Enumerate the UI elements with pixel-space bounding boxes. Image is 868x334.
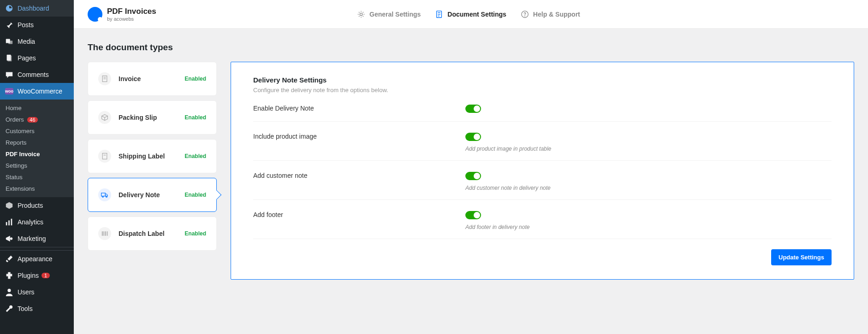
brand: PDF Invoices by acowebs <box>88 7 156 22</box>
sidebar-item-label: Tools <box>18 305 33 312</box>
setting-row-customer-note: Add customer note Add customer note in d… <box>253 161 832 200</box>
sidebar-item-posts[interactable]: Posts <box>0 17 74 33</box>
doctype-name: Dispatch Label <box>119 230 177 237</box>
woocommerce-submenu: Home Orders 46 Customers Reports PDF Inv… <box>0 100 74 197</box>
setting-row-footer: Add footer Add footer in delivery note <box>253 200 832 239</box>
svg-rect-25 <box>102 231 103 236</box>
update-settings-button[interactable]: Update Settings <box>771 249 832 265</box>
sidebar-item-label: Analytics <box>18 218 43 226</box>
sidebar-item-appearance[interactable]: Appearance <box>0 251 74 267</box>
submenu-item-settings[interactable]: Settings <box>0 160 74 171</box>
setting-helper: Add customer note in delivery note <box>465 185 551 191</box>
sidebar-item-label: Products <box>18 202 43 209</box>
doctype-list: Invoice Enabled Packing Slip Enabled Shi… <box>88 62 217 280</box>
submenu-item-orders[interactable]: Orders 46 <box>0 114 74 125</box>
submenu-item-pdf-invoice[interactable]: PDF Invoice <box>0 148 74 160</box>
comments-icon <box>5 70 14 79</box>
panel-description: Configure the delivery note from the opt… <box>253 87 832 94</box>
setting-helper: Add footer in delivery note <box>465 224 529 230</box>
svg-rect-27 <box>105 231 106 236</box>
svg-point-9 <box>360 13 362 15</box>
brand-subtitle: by acowebs <box>107 16 156 22</box>
sidebar-item-label: Pages <box>18 54 36 62</box>
doctype-card-dispatch-label[interactable]: Dispatch Label Enabled <box>88 217 217 251</box>
doctype-status: Enabled <box>184 192 206 198</box>
tab-document-settings[interactable]: Document Settings <box>434 10 506 19</box>
toggle-add-customer-note[interactable] <box>465 172 481 180</box>
submenu-item-status[interactable]: Status <box>0 171 74 183</box>
tab-label: Document Settings <box>447 11 506 18</box>
sidebar-item-plugins[interactable]: Plugins 1 <box>0 267 74 284</box>
doctype-name: Invoice <box>119 75 177 82</box>
svg-rect-5 <box>8 220 10 225</box>
svg-rect-4 <box>6 222 7 225</box>
brand-title: PDF Invoices <box>107 7 156 16</box>
sidebar-item-comments[interactable]: Comments <box>0 66 74 83</box>
submenu-item-customers[interactable]: Customers <box>0 125 74 137</box>
top-tabs: General Settings Document Settings Help … <box>357 10 580 19</box>
setting-control: Add footer in delivery note <box>465 211 529 230</box>
sidebar-item-woocommerce[interactable]: woo WooCommerce <box>0 83 74 100</box>
invoice-icon <box>98 72 111 85</box>
document-icon <box>434 10 444 19</box>
label-icon <box>98 150 111 163</box>
svg-rect-21 <box>101 193 106 196</box>
sidebar-item-users[interactable]: Users <box>0 284 74 300</box>
barcode-icon <box>98 227 111 240</box>
doctype-status: Enabled <box>184 153 206 159</box>
tab-general-settings[interactable]: General Settings <box>357 10 421 19</box>
svg-rect-26 <box>104 231 104 236</box>
tab-label: Help & Support <box>533 11 580 18</box>
brand-text: PDF Invoices by acowebs <box>107 7 156 22</box>
sidebar-item-pages[interactable]: Pages <box>0 50 74 66</box>
doctype-card-shipping-label[interactable]: Shipping Label Enabled <box>88 139 217 173</box>
page-heading: The document types <box>88 42 854 53</box>
submenu-item-home[interactable]: Home <box>0 102 74 114</box>
doctype-status: Enabled <box>184 230 206 237</box>
doctype-card-delivery-note[interactable]: Delivery Note Enabled <box>88 178 217 212</box>
sidebar-item-media[interactable]: Media <box>0 33 74 50</box>
toggle-add-footer[interactable] <box>465 211 481 219</box>
sidebar-item-analytics[interactable]: Analytics <box>0 214 74 230</box>
setting-control: Add customer note in delivery note <box>465 172 551 191</box>
toggle-enable-delivery-note[interactable] <box>465 105 481 113</box>
submenu-item-extensions[interactable]: Extensions <box>0 183 74 194</box>
content: The document types Invoice Enabled Packi… <box>74 29 868 293</box>
tab-label: General Settings <box>369 11 421 18</box>
tab-help-support[interactable]: Help & Support <box>520 10 580 19</box>
truck-icon <box>98 188 111 201</box>
doctype-status: Enabled <box>184 76 206 82</box>
layout: Invoice Enabled Packing Slip Enabled Shi… <box>88 62 854 280</box>
setting-control: Add product image in product table <box>465 133 551 152</box>
plugin-icon <box>5 271 14 280</box>
main-area: PDF Invoices by acowebs General Settings… <box>74 0 868 334</box>
dashboard-icon <box>5 4 14 13</box>
setting-label: Enable Delivery Note <box>253 105 465 112</box>
svg-point-23 <box>106 196 107 198</box>
help-icon <box>520 10 529 19</box>
sidebar-item-label: Appearance <box>18 255 53 263</box>
sidebar-divider <box>0 247 74 251</box>
sidebar-item-products[interactable]: Products <box>0 197 74 214</box>
svg-rect-29 <box>107 231 108 236</box>
sidebar-item-label: Dashboard <box>18 5 49 12</box>
sidebar-item-tools[interactable]: Tools <box>0 300 74 317</box>
panel-title: Delivery Note Settings <box>253 76 832 84</box>
sidebar-item-label: Plugins <box>18 272 39 279</box>
doctype-name: Delivery Note <box>119 191 177 199</box>
toggle-include-product-image[interactable] <box>465 133 481 141</box>
setting-control <box>465 105 481 113</box>
panel-actions: Update Settings <box>253 249 832 265</box>
doctype-card-packing-slip[interactable]: Packing Slip Enabled <box>88 100 217 135</box>
sidebar-item-marketing[interactable]: Marketing <box>0 230 74 247</box>
megaphone-icon <box>5 234 14 243</box>
topbar: PDF Invoices by acowebs General Settings… <box>74 0 868 29</box>
pages-icon <box>5 53 14 63</box>
svg-point-15 <box>524 16 525 16</box>
brush-icon <box>5 254 14 264</box>
wrench-icon <box>5 304 14 313</box>
submenu-item-reports[interactable]: Reports <box>0 137 74 148</box>
sidebar-item-dashboard[interactable]: Dashboard <box>0 0 74 17</box>
doctype-card-invoice[interactable]: Invoice Enabled <box>88 62 217 96</box>
svg-point-7 <box>10 237 12 240</box>
